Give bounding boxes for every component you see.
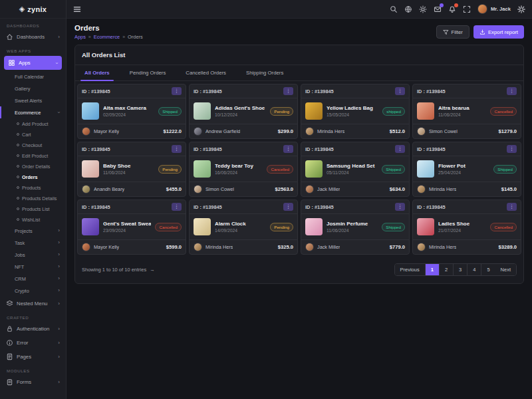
sidebar-subsubitem[interactable]: Cart [0, 129, 66, 140]
card-menu-button[interactable]: ⋮ [172, 87, 182, 95]
pagination-page[interactable]: 1 [426, 264, 440, 275]
sidebar-subitem[interactable]: Crypto › [0, 285, 66, 297]
sidebar-subitem-ecommerce[interactable]: Ecommerce › [0, 106, 66, 118]
home-icon [6, 33, 13, 41]
sidebar-subsubitem[interactable]: Order Details [0, 161, 66, 172]
card-menu-button[interactable]: ⋮ [507, 87, 517, 95]
showing-text: Showing 1 to 10 of 10 entries [82, 267, 146, 273]
product-name[interactable]: Baby Shoe [103, 163, 154, 169]
product-name[interactable]: Gent's Sweat Sweater [103, 221, 151, 227]
product-name[interactable]: Alarm Clock [215, 221, 266, 227]
pagination-page[interactable]: 3 [454, 264, 467, 275]
breadcrumb-link-ecommerce[interactable]: Ecommerce [94, 34, 120, 40]
sidebar-item-dashboards[interactable]: Dashboards › [0, 30, 66, 44]
order-date: 15/05/2024 [327, 112, 378, 117]
product-name[interactable]: Flower Pot [438, 163, 489, 169]
tab[interactable]: All Orders [79, 65, 115, 80]
sidebar-subitem[interactable]: Jobs › [0, 249, 66, 261]
order-price: $299.0 [278, 128, 293, 134]
status-badge: Shipped [382, 165, 405, 174]
product-name[interactable]: Yellow Ladies Bag [327, 105, 378, 111]
product-name[interactable]: Josmin Perfume [327, 221, 378, 227]
sidebar-subsubitem[interactable]: Checkout [0, 140, 66, 150]
card-menu-button[interactable]: ⋮ [507, 145, 517, 153]
nav-label: Task [15, 240, 25, 246]
sidebar-subitem[interactable]: Gallery [0, 82, 66, 94]
notifications-button[interactable] [448, 5, 456, 13]
sidebar-subsubitem[interactable]: Products List [0, 203, 66, 214]
sidebar-subitem[interactable]: CRM › [0, 273, 66, 285]
sidebar-subsubitem[interactable]: Products Details [0, 193, 66, 203]
nav-label: NFT [15, 264, 24, 270]
card-menu-button[interactable]: ⋮ [283, 203, 293, 211]
hamburger-menu-button[interactable] [73, 5, 81, 13]
product-name[interactable]: Samsung Head Set [327, 163, 378, 169]
product-name[interactable]: Altra bearua [438, 105, 486, 111]
tab[interactable]: Pending Orders [124, 65, 172, 80]
sidebar-subitem[interactable]: Task › [0, 237, 66, 249]
order-card: ID : #139845 ⋮ Alarm Clock 14/09/2024 Pe… [189, 200, 298, 255]
sidebar-item-error[interactable]: Error › [0, 336, 66, 350]
nav-label: Jobs [15, 252, 25, 258]
brand[interactable]: ◈ zynix [0, 0, 66, 19]
theme-toggle-button[interactable] [419, 5, 427, 13]
arrow-right-icon[interactable]: → [150, 267, 155, 273]
tab[interactable]: Cancelled Orders [180, 65, 231, 80]
fullscreen-button[interactable] [463, 5, 471, 13]
pagination-previous[interactable]: Previous [395, 264, 426, 275]
card-menu-button[interactable]: ⋮ [172, 145, 182, 153]
order-card: ID : #139845 ⋮ Yellow Ladies Bag 15/05/2… [301, 84, 410, 139]
bullet-icon [17, 165, 19, 168]
pagination-page[interactable]: 4 [467, 264, 481, 275]
bullet-icon [17, 133, 19, 136]
sidebar-subsubitem[interactable]: Add Product [0, 118, 66, 129]
chevron-right-icon: › [58, 327, 60, 332]
sidebar-subsubitem[interactable]: WishList [0, 214, 66, 225]
entries-summary: Showing 1 to 10 of 10 entries → [82, 267, 155, 273]
sidebar-item-pages[interactable]: Pages › [0, 350, 66, 364]
nav-section-modules: MODULES [0, 364, 66, 375]
export-report-button[interactable]: Export report [473, 25, 524, 39]
card-menu-button[interactable]: ⋮ [395, 145, 405, 153]
tab[interactable]: Shipping Orders [241, 65, 289, 80]
translate-button[interactable] [404, 5, 412, 13]
sidebar-nav: DASHBOARDS Dashboards › WEB APPS Apps › … [0, 19, 66, 389]
product-name[interactable]: Ladies Shoe [438, 221, 486, 227]
pagination-next[interactable]: Next [495, 264, 516, 275]
product-name[interactable]: Teddy bear Toy [215, 163, 263, 169]
orders-grid: ID : #139845 ⋮ Alta max Camera 02/09/202… [75, 81, 523, 257]
sidebar-subitem[interactable]: Full Calendar [0, 70, 66, 82]
chevron-right-icon: › [58, 380, 60, 385]
card-menu-button[interactable]: ⋮ [172, 203, 182, 211]
order-price: $1279.0 [499, 128, 517, 134]
sidebar-subsubitem[interactable]: Products [0, 182, 66, 193]
main-content: Orders Apps » Ecommerce » Orders Filter … [66, 19, 532, 399]
sidebar-subitem[interactable]: NFT › [0, 261, 66, 273]
sidebar-item-authentication[interactable]: Authentication › [0, 322, 66, 336]
order-date: 25/04/2024 [438, 170, 489, 175]
settings-button[interactable] [517, 5, 525, 13]
card-menu-button[interactable]: ⋮ [283, 145, 293, 153]
pagination-page[interactable]: 5 [481, 264, 495, 275]
user-menu[interactable]: Mr. Jack [477, 4, 511, 14]
card-menu-button[interactable]: ⋮ [283, 87, 293, 95]
order-card: ID : #139845 ⋮ Alta max Camera 02/09/202… [77, 84, 186, 139]
product-name[interactable]: Adidas Gent's Shoe [215, 105, 266, 111]
card-menu-button[interactable]: ⋮ [395, 87, 405, 95]
product-name[interactable]: Alta max Camera [103, 105, 154, 111]
card-menu-button[interactable]: ⋮ [395, 203, 405, 211]
sidebar-item-apps[interactable]: Apps › [4, 56, 62, 70]
customer-avatar [194, 243, 202, 251]
sidebar-subitem[interactable]: Projects › [0, 225, 66, 237]
breadcrumb-link-apps[interactable]: Apps [74, 34, 86, 40]
sidebar-subitem[interactable]: Sweet Alerts [0, 94, 66, 106]
sidebar-item-nested-menu[interactable]: Nested Menu › [0, 297, 66, 311]
inbox-button[interactable] [434, 5, 442, 13]
sidebar-item-forms[interactable]: Forms › [0, 375, 66, 389]
pagination-page[interactable]: 2 [440, 264, 454, 275]
filter-button[interactable]: Filter [436, 25, 469, 39]
search-button[interactable] [390, 5, 398, 13]
sidebar-subsubitem[interactable]: Orders [0, 172, 66, 182]
card-menu-button[interactable]: ⋮ [507, 203, 517, 211]
sidebar-subsubitem[interactable]: Edit Product [0, 150, 66, 161]
